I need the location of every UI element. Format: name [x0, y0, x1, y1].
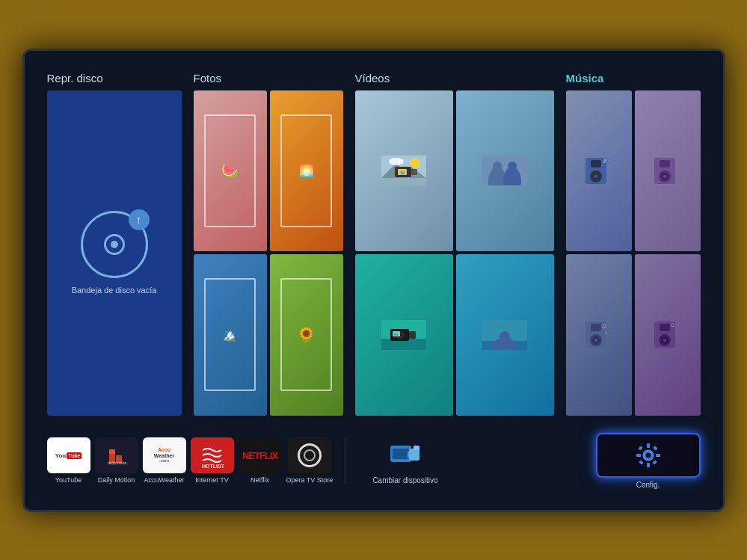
- disc-center: [104, 234, 125, 255]
- fotos-grid: 🍉 🌅 🏔️ 🌻: [194, 90, 343, 416]
- foto-tile-sunflower[interactable]: 🌻: [270, 254, 343, 416]
- sunflower-icon: 🌻: [297, 326, 316, 344]
- accuweather-label: AccuWeather: [144, 476, 185, 484]
- app-youtube[interactable]: You Tube YouTube: [47, 437, 90, 484]
- app-internettv[interactable]: HOTLIST Internet TV: [191, 437, 234, 484]
- svg-text:🐟: 🐟: [393, 332, 399, 337]
- app-netflix[interactable]: NETFLIX Netflix: [239, 437, 282, 484]
- musica-column: Música ♪: [566, 72, 701, 416]
- youtube-logo: You Tube: [55, 452, 82, 459]
- svg-point-16: [508, 161, 517, 170]
- svg-point-4: [410, 158, 420, 168]
- svg-text:♫: ♫: [670, 321, 674, 328]
- fotos-column: Fotos 🍉 🌅 🏔️: [194, 72, 343, 416]
- svg-text:♪: ♪: [604, 329, 607, 336]
- sunset-icon: 🌅: [299, 164, 314, 178]
- speaker-svg-2: [651, 154, 684, 188]
- svg-rect-69: [636, 454, 641, 457]
- dailymotion-icon: dailymotion: [95, 437, 138, 473]
- internettv-icon: HOTLIST: [191, 437, 234, 473]
- svg-rect-67: [647, 443, 650, 448]
- video-tile-1[interactable]: 🐦: [355, 90, 453, 252]
- foto-tile-mountains[interactable]: 🏔️: [194, 254, 267, 416]
- foto-tile-inner-4: 🌻: [280, 278, 332, 391]
- svg-point-5: [389, 158, 404, 165]
- operatv-icon: [288, 437, 331, 473]
- foto-tile-inner: 🍉: [204, 114, 256, 227]
- top-section: Repr. disco ↑ Bandeja de disco vacía Fot…: [47, 72, 701, 416]
- videos-grid: 🐦: [355, 90, 554, 416]
- gear-icon: [633, 440, 663, 470]
- svg-rect-74: [652, 460, 657, 464]
- cambiar-dispositivo-icon: [385, 437, 426, 473]
- svg-rect-70: [656, 454, 660, 457]
- netflix-label: Netflix: [250, 476, 269, 484]
- svg-rect-44: [591, 324, 601, 331]
- svg-rect-20: [409, 331, 416, 339]
- repr-disco-tile[interactable]: ↑ Bandeja de disco vacía: [47, 90, 182, 416]
- video-tile-2[interactable]: [456, 90, 554, 252]
- svg-text:HOTLIST: HOTLIST: [202, 464, 225, 469]
- svg-point-66: [645, 453, 651, 458]
- watermelon-icon: 🍉: [221, 161, 239, 179]
- foto-tile-watermelon[interactable]: 🍉: [194, 90, 267, 252]
- tv-screen: Repr. disco ↑ Bandeja de disco vacía Fot…: [25, 51, 723, 510]
- video-tile-4[interactable]: [456, 254, 554, 416]
- repr-disco-title: Repr. disco: [47, 72, 182, 84]
- netflix-logo-text: NETFLIX: [242, 450, 277, 461]
- youtube-label: YouTube: [55, 476, 82, 484]
- config-item[interactable]: Config.: [596, 433, 701, 489]
- svg-rect-63: [409, 449, 419, 461]
- svg-rect-3: [381, 178, 426, 185]
- youtube-icon: You Tube: [47, 437, 90, 473]
- app-operatv[interactable]: Opera TV Store: [286, 437, 333, 484]
- camcorder-svg-2: 🐟: [381, 320, 426, 350]
- netflix-icon: NETFLIX: [239, 437, 282, 473]
- musica-title: Música: [566, 72, 701, 84]
- camcorder-svg-1: 🐦: [381, 156, 426, 185]
- video-tile-3[interactable]: 🐟: [355, 254, 453, 416]
- svg-rect-7: [411, 169, 417, 175]
- musica-tile-1[interactable]: ♪: [566, 90, 632, 252]
- svg-point-32: [594, 175, 597, 178]
- config-label: Config.: [636, 481, 660, 489]
- foto-tile-inner-2: 🌅: [280, 114, 332, 227]
- svg-text:dailymotion: dailymotion: [108, 461, 127, 465]
- svg-rect-39: [660, 160, 670, 167]
- svg-point-28: [499, 331, 510, 342]
- svg-rect-55: [109, 449, 115, 454]
- svg-rect-68: [647, 463, 650, 467]
- opera-o-icon: [298, 443, 322, 467]
- app-dailymotion[interactable]: dailymotion Daily Motion: [95, 437, 138, 484]
- app-accuweather[interactable]: Accu Weather .com AccuWeather: [143, 437, 186, 484]
- foto-tile-sunset[interactable]: 🌅: [270, 90, 343, 252]
- bottom-apps-section: You Tube YouTube dailymotion: [47, 428, 701, 495]
- accuweather-logo: Accu Weather .com: [154, 447, 175, 464]
- svg-rect-64: [414, 446, 419, 450]
- musica-tile-3[interactable]: ♫ ♪: [566, 254, 632, 416]
- cambiar-dispositivo-label: Cambiar dispositivo: [372, 476, 437, 484]
- dailymotion-svg: dailymotion: [105, 446, 128, 465]
- cambiar-dispositivo-item[interactable]: Cambiar dispositivo: [357, 437, 452, 484]
- foto-tile-inner-3: 🏔️: [204, 278, 256, 391]
- tv-frame: Repr. disco ↑ Bandeja de disco vacía Fot…: [22, 49, 725, 512]
- musica-tile-4[interactable]: ♫: [635, 254, 701, 416]
- svg-point-50: [663, 339, 666, 342]
- speaker-svg-3: ♫ ♪: [582, 318, 615, 351]
- repr-disco-column: Repr. disco ↑ Bandeja de disco vacía: [47, 72, 182, 416]
- musica-tile-2[interactable]: [635, 90, 701, 252]
- svg-rect-71: [638, 446, 642, 450]
- svg-rect-51: [660, 324, 670, 331]
- config-tile: [596, 433, 701, 478]
- svg-text:🐦: 🐦: [400, 170, 406, 176]
- svg-rect-61: [393, 449, 409, 459]
- silhouette-svg: [482, 320, 527, 350]
- speaker-svg-1: ♪: [582, 154, 615, 188]
- repr-disco-label: Bandeja de disco vacía: [72, 286, 157, 295]
- cambiar-svg: [387, 440, 424, 471]
- up-arrow-icon: ↑: [129, 209, 150, 230]
- svg-text:♪: ♪: [603, 156, 606, 164]
- disc-inner: [111, 241, 118, 248]
- apps-divider: [345, 439, 345, 484]
- videos-title: Vídeos: [355, 72, 554, 84]
